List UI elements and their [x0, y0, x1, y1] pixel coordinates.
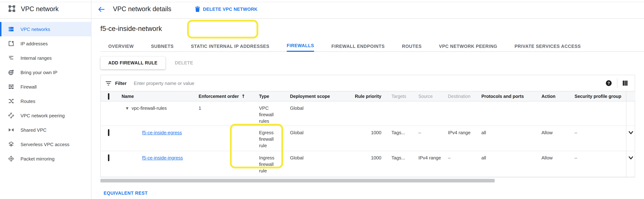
group-row-toggle[interactable]: ▼vpc-firewall-rules: [122, 105, 198, 112]
delete-button[interactable]: DELETE: [175, 60, 193, 66]
firewall-rules-table: Name Enforcement order↑ Type Deployment …: [101, 91, 635, 177]
expand-row-chevron-icon[interactable]: [626, 155, 635, 160]
column-header-targets[interactable]: Targets: [392, 91, 418, 101]
column-header-action[interactable]: Action: [542, 91, 574, 101]
row-checkbox[interactable]: [108, 129, 109, 136]
sidebar-item-ip-addresses[interactable]: IP addresses: [0, 36, 91, 51]
table-header-row: Name Enforcement order↑ Type Deployment …: [101, 91, 635, 101]
cell-destination: IPv4 range: [448, 126, 482, 151]
horizontal-scrollbar[interactable]: [100, 179, 495, 182]
sidebar-item-label: VPC network peering: [20, 113, 65, 118]
cell-action: Allow: [542, 126, 574, 151]
sidebar-item-firewall[interactable]: Firewall: [0, 80, 91, 94]
sidebar-item-internal-ranges[interactable]: Internal ranges: [0, 51, 91, 65]
sidebar-item-label: Serverless VPC access: [20, 142, 70, 147]
table-row-group: ▼vpc-firewall-rules 1 VPC firewall rules…: [101, 101, 635, 126]
content-header: VPC network details DELETE VPC NETWORK: [92, 0, 644, 19]
expand-triangle-icon: ▼: [126, 105, 128, 112]
tab-subnets[interactable]: SUBNETS: [151, 41, 174, 52]
peering-icon: [8, 112, 14, 119]
delete-vpc-network-button[interactable]: DELETE VPC NETWORK: [195, 6, 258, 12]
cell-targets: Tags...: [392, 126, 418, 151]
tab-firewalls[interactable]: FIREWALLS: [287, 41, 314, 52]
tab-static-internal-ip-addresses[interactable]: STATIC INTERNAL IP ADDRESSES: [191, 41, 269, 52]
row-checkbox[interactable]: [108, 154, 109, 161]
help-icon[interactable]: [606, 80, 612, 86]
column-header-name[interactable]: Name: [122, 91, 198, 101]
sidebar-item-label: IP addresses: [20, 41, 48, 46]
sidebar-item-bring-your-own-ip[interactable]: Bring your own IP: [0, 65, 91, 80]
group-name: vpc-firewall-rules: [132, 105, 167, 112]
tab-bar: OVERVIEW SUBNETS STATIC INTERNAL IP ADDR…: [108, 41, 635, 52]
column-header-deployment-scope[interactable]: Deployment scope: [290, 91, 342, 101]
cell-security-profile-group: –: [574, 151, 626, 177]
cell-protocols-and-ports: all: [482, 151, 542, 177]
vpc-networks-icon: [8, 26, 14, 32]
cell-rule-priority: 1000: [342, 151, 392, 177]
tab-private-services-access[interactable]: PRIVATE SERVICES ACCESS: [514, 41, 581, 52]
serverless-vpc-icon: [8, 141, 14, 148]
sidebar-item-label: Shared VPC: [20, 127, 46, 132]
sidebar-item-vpc-networks[interactable]: VPC networks: [0, 22, 91, 36]
tab-vpc-network-peering[interactable]: VPC NETWORK PEERING: [439, 41, 497, 52]
column-header-type[interactable]: Type: [259, 91, 290, 101]
sort-ascending-icon: ↑: [242, 94, 245, 99]
column-header-security-profile-group[interactable]: Security profile group: [574, 91, 626, 101]
network-name: f5-ce-inside-network: [100, 24, 635, 33]
page-title: VPC network details: [113, 6, 171, 13]
cell-action: Allow: [542, 151, 574, 177]
table-row: f5-ce-inside-egress Egress firewall rule…: [101, 126, 635, 151]
column-display-icon[interactable]: [623, 80, 628, 86]
filter-list-icon: [106, 80, 112, 86]
trash-icon: [195, 6, 200, 12]
cell-destination: –: [448, 151, 482, 177]
cell-source: –: [418, 126, 448, 151]
firewall-icon: [8, 84, 14, 90]
filter-label: Filter: [115, 80, 127, 86]
firewall-table-card: Filter Enter property name or value: [100, 75, 635, 178]
main-content: VPC network details DELETE VPC NETWORK f…: [92, 0, 644, 199]
cell-security-profile-group: –: [574, 126, 626, 151]
shared-vpc-icon: [8, 127, 14, 133]
add-firewall-rule-button[interactable]: ADD FIREWALL RULE: [100, 56, 166, 70]
divider: [617, 78, 618, 88]
sidebar-item-shared-vpc[interactable]: Shared VPC: [0, 123, 91, 137]
column-header-enforcement-order[interactable]: Enforcement order↑: [198, 91, 259, 101]
cell-deployment-scope: Global: [290, 126, 342, 151]
sidebar-item-routes[interactable]: Routes: [0, 94, 91, 108]
sidebar-item-packet-mirroring[interactable]: Packet mirroring: [0, 152, 91, 166]
sidebar-item-label: Bring your own IP: [20, 70, 58, 75]
column-header-destination[interactable]: Destination: [448, 91, 482, 101]
table-row: f5-ce-inside-ingress Ingress firewall ru…: [101, 151, 635, 177]
internal-ranges-icon: [8, 55, 14, 61]
tab-overview[interactable]: OVERVIEW: [108, 41, 134, 52]
cell-type: VPC firewall rules: [259, 101, 290, 126]
select-all-checkbox[interactable]: [108, 93, 109, 100]
firewall-rule-link[interactable]: f5-ce-inside-egress: [142, 130, 182, 136]
filter-input[interactable]: Enter property name or value: [134, 80, 606, 86]
sidebar-nav: VPC networks IP addresses Internal range…: [0, 19, 91, 166]
sidebar-header: VPC network: [0, 0, 91, 19]
cell-type: Ingress firewall rule: [259, 151, 290, 177]
column-header-protocols-and-ports[interactable]: Protocols and ports: [482, 91, 542, 101]
globe-icon: [8, 69, 14, 76]
cell-type: Egress firewall rule: [259, 126, 290, 151]
tab-firewall-endpoints[interactable]: FIREWALL ENDPOINTS: [331, 41, 384, 52]
filter-bar: Filter Enter property name or value: [101, 75, 635, 91]
sidebar-item-serverless-vpc-access[interactable]: Serverless VPC access: [0, 137, 91, 152]
expand-row-chevron-icon[interactable]: [626, 130, 635, 134]
packet-mirroring-icon: [8, 156, 14, 162]
equivalent-rest-link[interactable]: EQUIVALENT REST: [104, 191, 148, 196]
cell-rule-priority: 1000: [342, 126, 392, 151]
column-header-source[interactable]: Source: [418, 91, 448, 101]
cell-source: IPv4 range: [418, 151, 448, 177]
firewall-rule-link[interactable]: f5-ce-inside-ingress: [142, 155, 183, 161]
vpc-network-logo-icon: [8, 4, 16, 14]
tab-routes[interactable]: ROUTES: [402, 41, 422, 52]
sidebar-item-vpc-network-peering[interactable]: VPC network peering: [0, 108, 91, 123]
column-header-rule-priority[interactable]: Rule priority: [342, 91, 392, 101]
back-arrow-icon[interactable]: [98, 5, 106, 13]
cell-targets: Tags...: [392, 151, 418, 177]
routes-icon: [8, 98, 14, 104]
product-title: VPC network: [21, 6, 59, 13]
